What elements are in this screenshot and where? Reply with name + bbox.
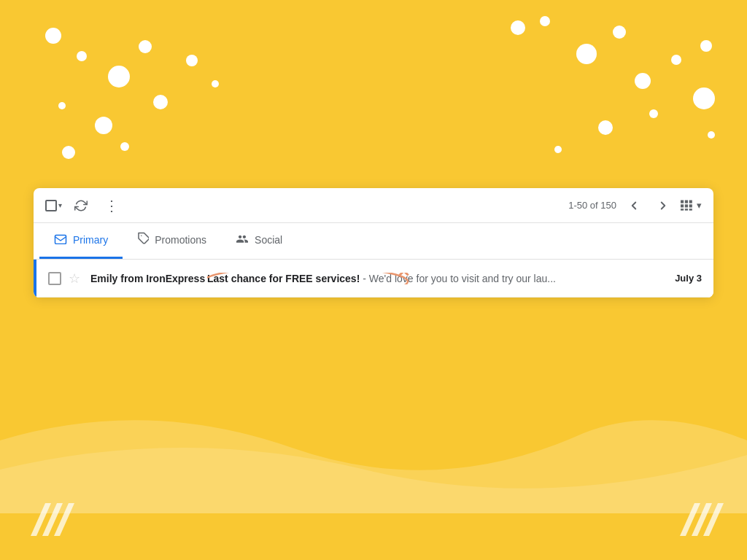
email-preview: - We'd love for you to visit and try our…	[363, 273, 556, 284]
email-list: ☆ Emily from IronExpress Last chance for…	[34, 260, 713, 298]
promotions-tab-icon	[137, 232, 149, 248]
svg-rect-9	[55, 236, 66, 244]
toolbar-right: 1-50 of 150 ▾	[568, 194, 702, 217]
email-subject: Last chance for FREE services!	[207, 273, 360, 284]
wave-decoration	[0, 382, 747, 516]
svg-rect-7	[685, 209, 688, 211]
tab-social-label: Social	[255, 234, 282, 246]
tab-promotions[interactable]: Promotions	[123, 223, 221, 259]
svg-rect-0	[681, 200, 684, 203]
svg-rect-1	[685, 200, 688, 203]
inbox-tabs: Primary Promotions Social	[34, 223, 713, 260]
view-settings-button[interactable]: ▾	[681, 200, 702, 211]
next-page-button[interactable]	[651, 194, 675, 217]
svg-rect-2	[689, 200, 692, 203]
select-all-dropdown[interactable]: ▾	[45, 200, 62, 211]
chevron-down-icon: ▾	[58, 201, 62, 209]
tab-promotions-label: Promotions	[155, 234, 206, 246]
tab-social[interactable]: Social	[221, 223, 297, 259]
svg-rect-8	[689, 209, 692, 211]
svg-rect-3	[681, 204, 684, 207]
svg-rect-4	[685, 204, 688, 207]
svg-rect-6	[681, 209, 684, 211]
toolbar-left: ▾ ⋮	[45, 194, 568, 217]
email-date: July 3	[675, 273, 702, 284]
primary-tab-icon	[54, 233, 67, 247]
pagination-text: 1-50 of 150	[568, 200, 616, 211]
refresh-button[interactable]	[69, 194, 93, 217]
tab-primary[interactable]: Primary	[39, 223, 123, 259]
select-all-checkbox[interactable]	[45, 200, 57, 211]
star-button[interactable]: ☆	[69, 271, 80, 287]
view-dropdown-arrow: ▾	[697, 200, 702, 211]
prev-page-button[interactable]	[622, 194, 646, 217]
gmail-panel: ▾ ⋮ 1-50 of 150	[34, 188, 713, 298]
svg-rect-5	[689, 204, 692, 207]
email-checkbox[interactable]	[48, 272, 61, 285]
email-sender: Emily from IronExpress	[90, 273, 207, 284]
toolbar: ▾ ⋮ 1-50 of 150	[34, 188, 713, 223]
social-tab-icon	[236, 233, 249, 247]
tab-primary-label: Primary	[73, 234, 108, 246]
slash-decoration-right	[673, 499, 724, 542]
table-row[interactable]: ☆ Emily from IronExpress Last chance for…	[34, 260, 713, 298]
more-options-button[interactable]: ⋮	[100, 194, 123, 217]
email-content: Last chance for FREE services! - We'd lo…	[207, 273, 675, 284]
slash-decoration-left	[23, 499, 74, 542]
